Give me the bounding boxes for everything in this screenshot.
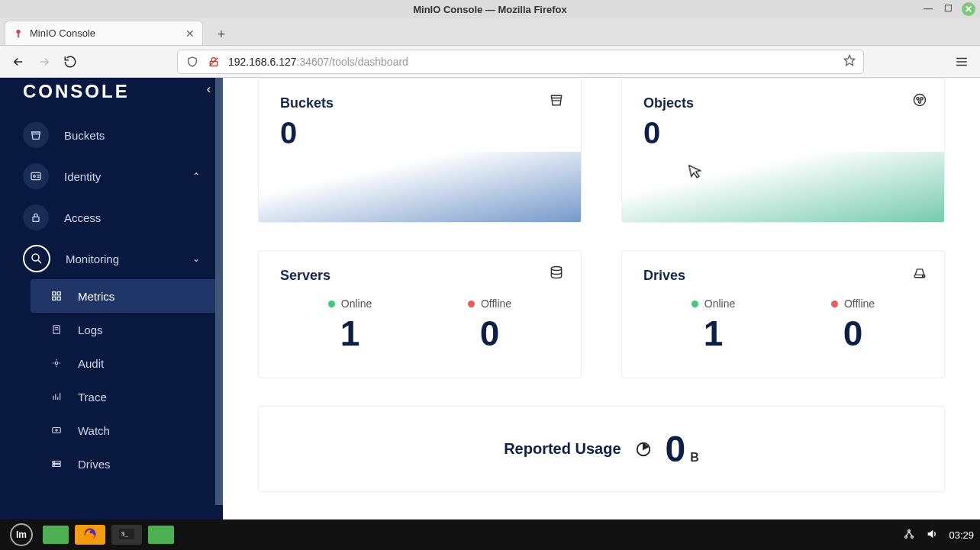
- pie-icon: [635, 441, 652, 458]
- taskbar-terminal-button[interactable]: $_: [111, 525, 142, 545]
- svg-point-38: [920, 98, 923, 100]
- card-drives: Drives Online 1 Offline 0: [621, 250, 945, 378]
- svg-rect-19: [57, 297, 60, 300]
- browser-tabstrip: MinIO Console ✕ +: [0, 18, 980, 46]
- usage-label: Reported Usage: [504, 440, 621, 458]
- sidebar-item-access[interactable]: Access: [0, 197, 223, 238]
- tab-title: MinIO Console: [30, 27, 95, 39]
- taskbar-clock[interactable]: 03:29: [949, 529, 974, 541]
- url-text: 192.168.6.127:34607/tools/dashboard: [228, 56, 408, 68]
- status-dot-offline-icon: [831, 301, 838, 307]
- stat-offline: Offline 0: [420, 298, 559, 354]
- usage-value: 0B: [666, 428, 699, 470]
- stat-offline: Offline 0: [783, 298, 923, 354]
- bucket-icon: [23, 122, 49, 148]
- sidebar-subitem-label: Logs: [78, 323, 103, 336]
- sidebar-subitem-metrics[interactable]: Metrics: [31, 279, 223, 313]
- collapse-sidebar-icon[interactable]: ‹: [207, 82, 211, 96]
- grid-icon: [49, 291, 64, 301]
- sidebar-subitem-label: Metrics: [78, 290, 114, 303]
- svg-point-37: [917, 98, 919, 100]
- stat-value: 0: [783, 313, 923, 354]
- card-value: 0: [643, 116, 923, 150]
- sidebar-item-identity[interactable]: Identity ⌃: [0, 156, 223, 197]
- insecure-icon[interactable]: [207, 55, 221, 69]
- svg-point-10: [34, 175, 36, 178]
- taskbar-firefox-button[interactable]: [75, 525, 105, 545]
- card-value: 0: [280, 116, 559, 150]
- sidebar-subitem-logs[interactable]: Logs: [31, 313, 223, 346]
- new-tab-button[interactable]: +: [211, 24, 232, 45]
- svg-line-50: [906, 532, 909, 536]
- forward-button[interactable]: [34, 51, 55, 72]
- card-title: Drives: [643, 268, 923, 284]
- window-close-icon[interactable]: ✕: [962, 2, 975, 16]
- magnify-icon: [23, 245, 50, 272]
- svg-rect-18: [53, 297, 56, 300]
- window-titlebar: MinIO Console — Mozilla Firefox — ☐ ✕: [0, 0, 980, 18]
- sidebar-subitem-label: Audit: [78, 357, 104, 370]
- objects-icon: [912, 92, 927, 111]
- card-buckets: Buckets 0: [258, 78, 582, 223]
- svg-point-40: [551, 267, 561, 271]
- main-content: Buckets 0 Objects 0 Servers: [223, 78, 980, 519]
- browser-menu-button[interactable]: [951, 51, 972, 72]
- window-minimize-icon[interactable]: —: [922, 2, 934, 14]
- sidebar-item-monitoring[interactable]: Monitoring ⌄: [0, 238, 223, 279]
- svg-point-39: [918, 101, 920, 103]
- svg-point-42: [923, 275, 924, 276]
- app-brand: CONSOLE: [0, 78, 223, 104]
- browser-navbar: 192.168.6.127:34607/tools/dashboard: [0, 46, 980, 78]
- reload-button[interactable]: [60, 51, 81, 72]
- trace-icon: [49, 391, 64, 402]
- sidebar-scrollbar[interactable]: [215, 78, 223, 505]
- sidebar-subitem-label: Drives: [78, 458, 111, 471]
- svg-point-33: [54, 465, 55, 466]
- svg-point-49: [908, 529, 911, 532]
- window-maximize-icon[interactable]: ☐: [942, 2, 954, 14]
- bucket-icon: [549, 92, 564, 111]
- stat-label: Offline: [481, 298, 511, 310]
- network-icon[interactable]: [903, 528, 915, 542]
- svg-rect-1: [18, 33, 19, 37]
- svg-point-23: [55, 362, 58, 365]
- drives-icon: [49, 458, 64, 469]
- card-wave-decoration: [259, 152, 581, 222]
- taskbar-files-button[interactable]: [43, 526, 69, 544]
- shield-icon[interactable]: [185, 55, 199, 69]
- sidebar-item-label: Access: [64, 211, 101, 224]
- sidebar-subitem-label: Watch: [78, 424, 110, 437]
- app-sidebar: CONSOLE ‹ Buckets Identity ⌃: [0, 78, 223, 519]
- card-title: Buckets: [280, 95, 559, 111]
- svg-point-36: [914, 95, 926, 106]
- sidebar-subitem-drives[interactable]: Drives: [31, 447, 223, 481]
- sidebar-item-buckets[interactable]: Buckets: [0, 114, 223, 156]
- card-title: Objects: [643, 95, 923, 111]
- browser-tab[interactable]: MinIO Console ✕: [5, 21, 203, 45]
- volume-icon[interactable]: [926, 528, 938, 542]
- chevron-down-icon: ⌄: [192, 253, 200, 264]
- sidebar-item-label: Monitoring: [66, 252, 119, 265]
- sidebar-subitem-audit[interactable]: Audit: [31, 346, 223, 380]
- bookmark-star-icon[interactable]: [843, 54, 856, 69]
- taskbar-files2-button[interactable]: [148, 526, 174, 544]
- svg-line-15: [38, 260, 41, 263]
- tab-close-icon[interactable]: ✕: [185, 27, 195, 40]
- stat-online: Online 1: [643, 298, 783, 354]
- card-title: Servers: [280, 268, 559, 284]
- start-menu-button[interactable]: lm: [6, 523, 37, 546]
- audit-icon: [49, 358, 64, 368]
- svg-line-51: [909, 532, 912, 536]
- lock-icon: [23, 204, 49, 230]
- stat-value: 1: [643, 313, 783, 354]
- sidebar-subitem-watch[interactable]: Watch: [31, 413, 223, 447]
- watch-icon: [49, 425, 64, 436]
- svg-text:$_: $_: [121, 530, 128, 537]
- url-bar[interactable]: 192.168.6.127:34607/tools/dashboard: [177, 50, 864, 74]
- svg-marker-4: [844, 55, 854, 65]
- back-button[interactable]: [8, 51, 29, 72]
- sidebar-subnav-monitoring: Metrics Logs Audit: [31, 279, 223, 481]
- stat-value: 1: [280, 313, 420, 354]
- desktop-taskbar: lm $_ 03:29: [0, 519, 980, 550]
- sidebar-subitem-trace[interactable]: Trace: [31, 380, 223, 413]
